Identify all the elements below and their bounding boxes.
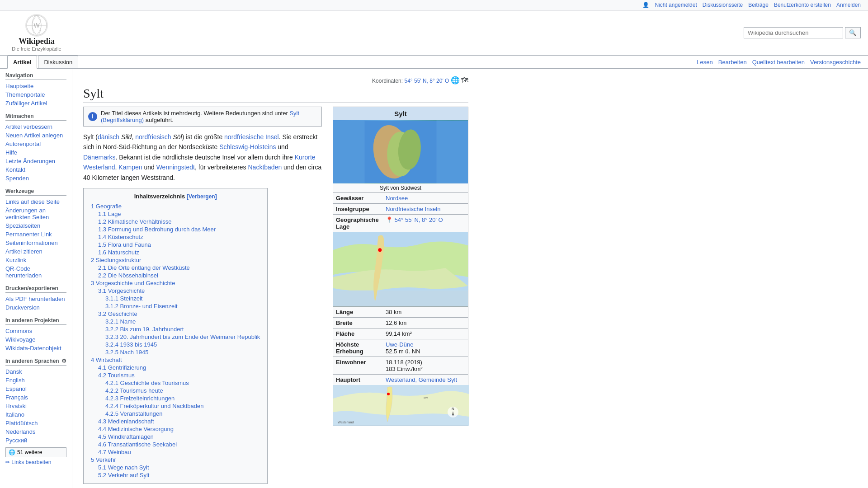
sidebar-item-qr-code[interactable]: QR-Code herunterladen bbox=[5, 264, 66, 280]
sidebar-item-letzte-aenderungen[interactable]: Letzte Änderungen bbox=[5, 157, 66, 165]
toc-link[interactable]: 4.7 Weinbau bbox=[98, 449, 131, 455]
toc-link[interactable]: 1.6 Naturschutz bbox=[98, 249, 139, 256]
intro-link-kurorte[interactable]: Kurorte bbox=[295, 154, 316, 161]
toc-link[interactable]: 5 Verkehr bbox=[91, 456, 116, 463]
sidebar-item-spezialseiten[interactable]: Spezialseiten bbox=[5, 221, 66, 230]
sidebar-item-commons[interactable]: Commons bbox=[5, 327, 66, 335]
toc-link[interactable]: 3.2.4 1933 bis 1945 bbox=[105, 341, 157, 348]
tab-edit-source[interactable]: Quelltext bearbeiten bbox=[752, 59, 805, 66]
toc-link[interactable]: 3.2 Geschichte bbox=[98, 310, 137, 317]
hauptort-link[interactable]: Westerland, Gemeinde Sylt bbox=[386, 376, 457, 383]
toc-toggle[interactable]: [Verbergen] bbox=[187, 193, 217, 200]
toc-link[interactable]: 2.2 Die Nössehalbinsel bbox=[98, 272, 158, 279]
toc-link[interactable]: 3.1.2 Bronze- und Eisenzeit bbox=[105, 303, 178, 310]
toc-link[interactable]: 5.1 Wege nach Sylt bbox=[98, 464, 149, 471]
more-languages-button[interactable]: 🌐 51 weitere bbox=[5, 447, 66, 457]
sidebar-item-lang-italiano[interactable]: Italiano bbox=[5, 410, 66, 419]
contributions-link[interactable]: Beiträge bbox=[748, 2, 769, 8]
toc-link[interactable]: 4.1 Gentrifizierung bbox=[98, 364, 146, 371]
sidebar-item-wikidata[interactable]: Wikidata-Datenobjekt bbox=[5, 344, 66, 352]
toc-link[interactable]: 1.5 Flora und Fauna bbox=[98, 241, 151, 248]
sidebar-item-permanenter-link[interactable]: Permanenter Link bbox=[5, 230, 66, 239]
sidebar-item-lang-english[interactable]: English bbox=[5, 376, 66, 385]
login-link[interactable]: Anmelden bbox=[836, 2, 861, 8]
sidebar-item-seiteninformationen[interactable]: Seiteninformationen bbox=[5, 239, 66, 247]
toc-link[interactable]: 3.1.1 Steinzeit bbox=[105, 295, 142, 302]
sidebar-item-lang-plattduutsch[interactable]: Plattdüütsch bbox=[5, 419, 66, 427]
toc-link[interactable]: 3.2.5 Nach 1945 bbox=[105, 349, 148, 356]
toc-link[interactable]: 4.2.5 Veranstaltungen bbox=[105, 410, 163, 417]
tab-discussion[interactable]: Diskussion bbox=[38, 56, 78, 68]
sidebar-item-artikel-verbessern[interactable]: Artikel verbessern bbox=[5, 122, 66, 131]
sidebar-item-druckversion[interactable]: Druckversion bbox=[5, 303, 66, 312]
intro-link-schleswig-holstein[interactable]: Schleswig-Holsteins bbox=[219, 143, 276, 150]
toc-link[interactable]: 4.3 Medienlandschaft bbox=[98, 418, 154, 425]
intro-link-wenningstedt[interactable]: Wenningstedt bbox=[156, 164, 195, 171]
hoechste-erhebung-link[interactable]: Uwe-Düne bbox=[386, 341, 413, 348]
toc-link[interactable]: 1.3 Formung und Bedrohung durch das Meer bbox=[98, 226, 216, 233]
sidebar-item-lang-francais[interactable]: Français bbox=[5, 393, 66, 402]
toc-link[interactable]: 3.1 Vorgeschichte bbox=[98, 287, 145, 294]
inselgruppe-link[interactable]: Nordfriesische Inseln bbox=[386, 206, 440, 212]
sidebar-item-links-auf-seite[interactable]: Links auf diese Seite bbox=[5, 197, 66, 206]
sidebar-item-wikivoyage[interactable]: Wikivoyage bbox=[5, 335, 66, 344]
toc-link[interactable]: 4.2.2 Tourismus heute bbox=[105, 387, 163, 394]
sidebar-item-hauptseite[interactable]: Hauptseite bbox=[5, 82, 66, 90]
toc-link[interactable]: 4.2.3 Freizeiteinrichtungen bbox=[105, 395, 175, 402]
toc-link[interactable]: 2 Siedlungsstruktur bbox=[91, 257, 141, 263]
tab-edit[interactable]: Bearbeiten bbox=[718, 59, 747, 66]
tab-article[interactable]: Artikel bbox=[7, 56, 37, 69]
toc-link[interactable]: 1.4 Küstenschutz bbox=[98, 234, 143, 240]
sidebar-item-artikel-zitieren[interactable]: Artikel zitieren bbox=[5, 247, 66, 256]
toc-link[interactable]: 3.2.3 20. Jahrhundert bis zum Ende der W… bbox=[105, 333, 260, 340]
edit-links-button[interactable]: ✏ Links bearbeiten bbox=[5, 459, 66, 465]
sidebar-item-kontakt[interactable]: Kontakt bbox=[5, 165, 66, 174]
sidebar-item-autorenportal[interactable]: Autorenportal bbox=[5, 140, 66, 148]
toc-link[interactable]: 4.6 Transatlantische Seekabel bbox=[98, 441, 177, 448]
toc-link[interactable]: 4.2.1 Geschichte des Tourismus bbox=[105, 380, 189, 386]
sidebar-item-aenderungen-verlinkte[interactable]: Änderungen an verlinkten Seiten bbox=[5, 206, 66, 221]
intro-link-nordfriesisch[interactable]: nordfriesisch bbox=[135, 133, 171, 141]
toc-link[interactable]: 4.2 Tourismus bbox=[98, 372, 135, 379]
toc-link[interactable]: 4.4 Medizinische Versorgung bbox=[98, 426, 174, 432]
create-account-link[interactable]: Benutzerkonto erstellen bbox=[774, 2, 831, 8]
intro-link-nordfriesische-insel[interactable]: nordfriesische Insel bbox=[224, 133, 279, 141]
coordinates-link[interactable]: 54° 55′ N, 8° 20′ O bbox=[404, 78, 449, 84]
toc-link[interactable]: 1.1 Lage bbox=[98, 211, 121, 217]
toc-link[interactable]: 3 Vorgeschichte und Geschichte bbox=[91, 280, 175, 286]
sidebar-item-lang-espanol[interactable]: Español bbox=[5, 385, 66, 393]
search-button[interactable]: 🔍 bbox=[845, 27, 861, 38]
sidebar-item-hilfe[interactable]: Hilfe bbox=[5, 148, 66, 157]
sidebar-item-lang-dansk[interactable]: Dansk bbox=[5, 367, 66, 376]
discussion-link[interactable]: Diskussionsseite bbox=[703, 2, 743, 8]
tab-history[interactable]: Versionsgeschichte bbox=[810, 59, 861, 66]
search-input[interactable] bbox=[744, 27, 843, 38]
intro-link-nacktbaden[interactable]: Nacktbaden bbox=[248, 164, 282, 171]
sidebar-item-kurzlink[interactable]: Kurzlink bbox=[5, 256, 66, 264]
toc-link[interactable]: 4 Wirtschaft bbox=[91, 357, 122, 363]
tab-read[interactable]: Lesen bbox=[697, 59, 712, 66]
sidebar-item-spenden[interactable]: Spenden bbox=[5, 174, 66, 183]
toc-link[interactable]: 4.2.4 Freiköperkultur und Nacktbaden bbox=[105, 403, 204, 409]
toc-link[interactable]: 1 Geografie bbox=[91, 203, 122, 210]
intro-link-kampen[interactable]: Kampen bbox=[118, 164, 142, 171]
sidebar-item-neuen-artikel[interactable]: Neuen Artikel anlegen bbox=[5, 131, 66, 140]
gear-icon[interactable]: ⚙ bbox=[61, 358, 66, 364]
geo-lage-link[interactable]: 54° 55′ N, 8° 20′ O bbox=[395, 216, 443, 223]
intro-link-daenemarks[interactable]: Dänemarks bbox=[83, 154, 116, 161]
intro-link-westerland[interactable]: Westerland bbox=[83, 164, 115, 171]
sidebar-item-lang-russian[interactable]: Русский bbox=[5, 436, 66, 445]
toc-link[interactable]: 2.1 Die Orte entlang der Westküste bbox=[98, 264, 190, 271]
sidebar-item-lang-hrvatski[interactable]: Hrvatski bbox=[5, 402, 66, 410]
sidebar-item-zufaellig[interactable]: Zufälliger Artikel bbox=[5, 99, 66, 108]
sidebar-item-lang-nederlands[interactable]: Nederlands bbox=[5, 427, 66, 436]
gewaesser-link[interactable]: Nordsee bbox=[386, 195, 408, 202]
toc-link[interactable]: 4.5 Windkraftanlagen bbox=[98, 433, 154, 440]
sidebar-item-pdf[interactable]: Als PDF herunterladen bbox=[5, 295, 66, 303]
toc-link[interactable]: 3.2.1 Name bbox=[105, 318, 136, 325]
toc-link[interactable]: 5.2 Verkehr auf Sylt bbox=[98, 472, 149, 479]
toc-link[interactable]: 3.2.2 Bis zum 19. Jahrhundert bbox=[105, 326, 184, 333]
sidebar-item-themenportale[interactable]: Themenportale bbox=[5, 90, 66, 99]
toc-link[interactable]: 1.2 Klimatische Verhältnisse bbox=[98, 218, 172, 225]
intro-link-daenisch[interactable]: dänisch bbox=[98, 133, 119, 141]
